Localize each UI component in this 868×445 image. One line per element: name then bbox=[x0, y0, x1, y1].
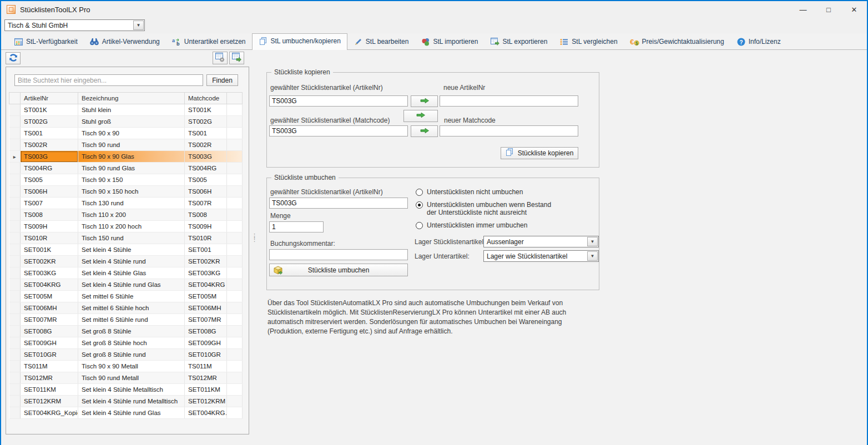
chevron-down-icon[interactable]: ▼ bbox=[133, 21, 144, 30]
table-row[interactable]: SET001KSet klein 4 StühleSET001 bbox=[9, 244, 243, 256]
tab-preis-gewichtaktualisierung[interactable]: €$Preis/Gewichtaktualisierung bbox=[624, 34, 730, 49]
cell-matchcode[interactable]: ST001K bbox=[185, 104, 227, 116]
radio-icon[interactable] bbox=[416, 222, 423, 229]
cell-matchcode[interactable]: SET005M bbox=[185, 291, 227, 302]
cell-artikelnr[interactable]: SET002KR bbox=[21, 256, 78, 267]
table-row[interactable]: SET003KGSet klein 4 Stühle GlasSET003KG bbox=[9, 267, 243, 279]
cell-matchcode[interactable]: TS008 bbox=[185, 209, 227, 221]
cell-bezeichnung[interactable]: Set klein 4 Stühle bbox=[78, 244, 185, 256]
cell-matchcode[interactable]: SET002KR bbox=[185, 256, 227, 267]
cell-artikelnr[interactable]: ST002G bbox=[21, 116, 78, 128]
table-row[interactable]: TS011MTisch 90 x 90 MetallTS011M bbox=[9, 361, 243, 372]
cell-bezeichnung[interactable]: Set klein 4 Stühle rund Glas bbox=[78, 279, 185, 291]
cell-matchcode[interactable]: SET001 bbox=[185, 244, 227, 256]
cell-bezeichnung[interactable]: Tisch 90 rund Metall bbox=[78, 372, 185, 384]
table-row[interactable]: SET011KMSet klein 4 Stühle MetalltischSE… bbox=[9, 384, 243, 396]
table-row[interactable]: TS005Tisch 90 x 150TS005 bbox=[9, 174, 243, 186]
cell-matchcode[interactable]: TS010R bbox=[185, 232, 227, 244]
cell-artikelnr[interactable]: TS003G bbox=[21, 151, 78, 163]
copy-artikelnr-arrow-button[interactable] bbox=[411, 95, 438, 107]
cell-artikelnr[interactable]: ST001K bbox=[21, 104, 78, 116]
cell-bezeichnung[interactable]: Tisch 90 x 90 bbox=[78, 128, 185, 139]
refresh-button[interactable] bbox=[6, 52, 21, 64]
tab-stl-verf-gbarkeit[interactable]: StL-Verfügbarkeit bbox=[8, 34, 84, 49]
cell-matchcode[interactable]: SET008G bbox=[185, 326, 227, 337]
cell-bezeichnung[interactable]: Tisch 90 x 90 Glas bbox=[78, 151, 185, 163]
cell-bezeichnung[interactable]: Set klein 4 Stühle rund Metalltisch bbox=[78, 396, 185, 407]
chevron-down-icon[interactable]: ▼ bbox=[587, 237, 598, 246]
cell-matchcode[interactable]: TS012MR bbox=[185, 372, 227, 384]
cell-bezeichnung[interactable]: Tisch 110 x 200 hoch bbox=[78, 221, 185, 232]
cell-bezeichnung[interactable]: Set klein 4 Stühle rund bbox=[78, 256, 185, 267]
table-row[interactable]: SET010GRSet groß 8 Stühle rundSET010GR bbox=[9, 349, 243, 361]
radio-option-2[interactable]: Unterstücklisten immer umbuchen bbox=[416, 221, 599, 229]
cell-bezeichnung[interactable]: Tisch 90 x 150 hoch bbox=[78, 186, 185, 198]
cell-bezeichnung[interactable]: Set mittel 6 Stühle hoch bbox=[78, 302, 185, 314]
search-input[interactable] bbox=[14, 74, 203, 86]
rebook-stueckliste-button[interactable]: Stückliste umbuchen bbox=[269, 264, 408, 276]
source-matchcode-input[interactable] bbox=[269, 125, 408, 136]
cell-bezeichnung[interactable]: Tisch 150 rund bbox=[78, 232, 185, 244]
cell-artikelnr[interactable]: TS009H bbox=[21, 221, 78, 232]
cell-bezeichnung[interactable]: Tisch 90 x 90 Metall bbox=[78, 361, 185, 372]
table-export-button[interactable] bbox=[229, 52, 244, 64]
table-row[interactable]: TS004RGTisch 90 rund GlasTS004RG bbox=[9, 163, 243, 174]
company-select[interactable]: Tisch & Stuhl GmbH ▼ bbox=[4, 19, 145, 31]
cell-matchcode[interactable]: SET010GR bbox=[185, 349, 227, 361]
find-button[interactable]: Finden bbox=[206, 74, 238, 86]
lager-stl-select[interactable]: Aussenlager ▼ bbox=[483, 236, 599, 247]
cell-artikelnr[interactable]: TS004RG bbox=[21, 163, 78, 174]
table-row[interactable]: TS006HTisch 90 x 150 hochTS006H bbox=[9, 186, 243, 198]
cell-bezeichnung[interactable]: Tisch 90 rund bbox=[78, 139, 185, 151]
table-row[interactable]: TS010RTisch 150 rundTS010R bbox=[9, 232, 243, 244]
copy-matchcode-arrow-button[interactable] bbox=[411, 125, 438, 137]
cell-matchcode[interactable]: TS007R bbox=[185, 198, 227, 209]
table-row[interactable]: ▸TS003GTisch 90 x 90 GlasTS003G bbox=[9, 151, 243, 163]
cell-matchcode[interactable]: TS003G bbox=[185, 151, 227, 163]
cell-bezeichnung[interactable]: Set groß 8 Stühle hoch bbox=[78, 337, 185, 349]
cell-matchcode[interactable]: SET004KRG bbox=[185, 279, 227, 291]
cell-matchcode[interactable]: SET004KRG… bbox=[185, 407, 227, 419]
cell-matchcode[interactable]: SET006MH bbox=[185, 302, 227, 314]
cell-matchcode[interactable]: TS001 bbox=[185, 128, 227, 139]
table-row[interactable]: TS009HTisch 110 x 200 hochTS009H bbox=[9, 221, 243, 232]
cell-bezeichnung[interactable]: Tisch 90 rund Glas bbox=[78, 163, 185, 174]
column-header-artikelnr[interactable]: ArtikelNr bbox=[21, 93, 78, 104]
table-row[interactable]: SET005MSet mittel 6 StühleSET005M bbox=[9, 291, 243, 302]
cell-artikelnr[interactable]: SET007MR bbox=[21, 314, 78, 326]
chevron-down-icon[interactable]: ▼ bbox=[587, 251, 598, 261]
cell-matchcode[interactable]: SET012KRM bbox=[185, 396, 227, 407]
cell-matchcode[interactable]: TS011M bbox=[185, 361, 227, 372]
cell-bezeichnung[interactable]: Stuhl groß bbox=[78, 116, 185, 128]
table-settings-button[interactable] bbox=[213, 52, 228, 64]
cell-matchcode[interactable]: TS005 bbox=[185, 174, 227, 186]
tab-unterartikel-ersetzen[interactable]: abUnterartikel ersetzen bbox=[166, 34, 252, 49]
source-artikelnr-input[interactable] bbox=[269, 95, 408, 107]
table-row[interactable]: TS001Tisch 90 x 90TS001 bbox=[9, 128, 243, 139]
rebook-artikelnr-input[interactable] bbox=[269, 198, 408, 209]
cell-matchcode[interactable]: TS009H bbox=[185, 221, 227, 232]
table-row[interactable]: SET007MRSet mittel 6 Stühle rundSET007MR bbox=[9, 314, 243, 326]
cell-artikelnr[interactable]: SET012KRM bbox=[21, 396, 78, 407]
tab-stl-exportieren[interactable]: StL exportieren bbox=[484, 34, 553, 49]
minimize-button[interactable]: — bbox=[790, 1, 816, 18]
table-row[interactable]: SET004KRGSet klein 4 Stühle rund GlasSET… bbox=[9, 279, 243, 291]
cell-matchcode[interactable]: SET011KM bbox=[185, 384, 227, 396]
splitter-handle[interactable]: ⋮⋮ bbox=[251, 234, 256, 241]
radio-icon[interactable] bbox=[416, 189, 423, 196]
radio-selected-icon[interactable] bbox=[416, 201, 423, 209]
cell-bezeichnung[interactable]: Set klein 4 Stühle Glas bbox=[78, 267, 185, 279]
cell-bezeichnung[interactable]: Set klein 4 Stühle rund Glas bbox=[78, 407, 185, 419]
radio-option-0[interactable]: Unterstücklisten nicht umbuchen bbox=[416, 188, 599, 196]
table-row[interactable]: SET006MHSet mittel 6 Stühle hochSET006MH bbox=[9, 302, 243, 314]
cell-artikelnr[interactable]: TS006H bbox=[21, 186, 78, 198]
cell-bezeichnung[interactable]: Stuhl klein bbox=[78, 104, 185, 116]
tab-stl-umbuchen-kopieren[interactable]: StL umbuchen/kopieren bbox=[252, 33, 347, 50]
cell-bezeichnung[interactable]: Set groß 8 Stühle bbox=[78, 326, 185, 337]
cell-artikelnr[interactable]: SET011KM bbox=[21, 384, 78, 396]
cell-bezeichnung[interactable]: Tisch 90 x 150 bbox=[78, 174, 185, 186]
table-header-row[interactable]: ArtikelNrBezeichnungMatchcode bbox=[9, 93, 243, 104]
table-row[interactable]: SET004KRG_KopieSet klein 4 Stühle rund G… bbox=[9, 407, 243, 419]
radio-option-1[interactable]: Unterstücklisten umbuchen wenn Bestand d… bbox=[416, 201, 599, 216]
cell-matchcode[interactable]: TS006H bbox=[185, 186, 227, 198]
